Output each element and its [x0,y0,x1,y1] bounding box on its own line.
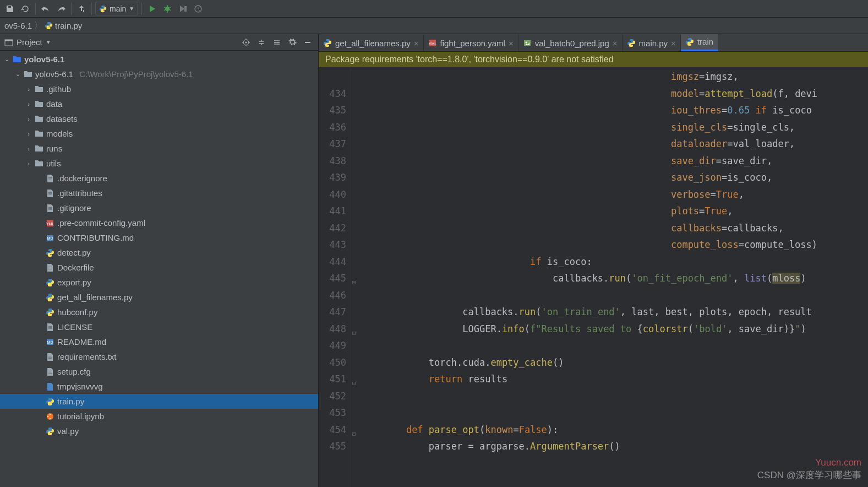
project-icon [4,38,13,47]
run-coverage-icon[interactable] [176,2,189,15]
tree-node[interactable]: ›models [0,126,318,141]
svg-text:YML: YML [428,42,436,46]
tree-node[interactable]: ›datasets [0,111,318,126]
tree-node[interactable]: MDCONTRIBUTING.md [0,230,318,245]
tree-node[interactable]: hubconf.py [0,305,318,320]
editor-tab[interactable]: train [681,34,718,51]
tree-node[interactable]: YML.pre-commit-config.yaml [0,215,318,230]
tree-node[interactable]: tutorial.ipynb [0,409,318,424]
svg-text:YML: YML [46,222,54,226]
chevron-down-icon[interactable]: ▼ [46,39,51,45]
run-config-selector[interactable]: main ▼ [95,2,138,15]
fold-marker[interactable]: ⊟ [352,426,356,443]
profile-icon[interactable] [192,2,205,15]
tree-node[interactable]: MDREADME.md [0,334,318,349]
save-icon[interactable] [3,2,17,15]
breadcrumb-seg-0[interactable]: ov5-6.1 [4,21,32,30]
hide-icon[interactable] [302,36,314,48]
gear-icon[interactable] [286,36,298,48]
redo-icon[interactable] [54,2,68,15]
line-number-gutter: 4344354364374384394404414424434444454464… [319,68,351,487]
run-config-name: main [110,4,126,13]
fold-column[interactable]: ⊟⊟⊟⊟ [351,68,361,487]
vcs-checkout-icon[interactable] [75,2,88,15]
tree-node[interactable]: detect.py [0,245,318,260]
tree-node[interactable]: val.py [0,424,318,439]
editor-pane: get_all_filenames.py×YMLfight_person.yam… [319,34,868,487]
tree-node[interactable]: .dockerignore [0,171,318,186]
tree-node[interactable]: ›utils [0,156,318,171]
fold-marker[interactable]: ⊟ [352,325,356,342]
close-icon[interactable]: × [414,39,419,48]
tree-node[interactable]: ›runs [0,141,318,156]
tree-node[interactable]: ⌄yolov5-6.1 [0,52,318,67]
svg-point-15 [50,418,51,419]
tree-node[interactable]: Dockerfile [0,260,318,275]
project-title: Project [17,37,42,47]
breadcrumb-seg-1[interactable]: train.py [55,21,82,30]
svg-point-0 [165,7,170,11]
editor-tab[interactable]: get_all_filenames.py× [319,35,424,51]
locate-icon[interactable] [240,36,252,48]
refresh-icon[interactable] [19,2,32,15]
project-header: Project ▼ [0,34,318,51]
expand-all-icon[interactable] [255,36,268,48]
svg-point-6 [245,41,247,43]
tree-node[interactable]: get_all_filenames.py [0,290,318,305]
svg-text:MD: MD [47,236,53,240]
tree-node[interactable]: train.py [0,394,318,409]
package-requirements-banner[interactable]: Package requirements 'torch==1.8.0', 'to… [319,52,868,68]
collapse-all-icon[interactable] [271,36,283,48]
svg-point-16 [47,416,48,417]
tree-node[interactable]: .gitattributes [0,186,318,201]
close-icon[interactable]: × [671,39,676,48]
editor-content[interactable]: imgsz=imgsz, model=attempt_load(f, devi … [361,68,868,487]
chevron-right-icon: 〉 [34,20,42,31]
navigation-bar: ov5-6.1 〉 train.py [0,18,868,34]
watermark-top: Yuucn.com [815,457,861,468]
undo-icon[interactable] [39,2,52,15]
editor-tabs: get_all_filenames.py×YMLfight_person.yam… [319,34,868,52]
main-toolbar: main ▼ [0,0,868,18]
watermark-bottom: CSDN @深度学习哪些事 [757,469,861,481]
tree-node[interactable]: setup.cfg [0,364,318,379]
tree-node[interactable]: export.py [0,275,318,290]
debug-icon[interactable] [161,2,174,15]
editor-tab[interactable]: YMLfight_person.yaml× [424,35,518,51]
project-tool-window: Project ▼ ⌄yolov5-6.1⌄yolov5-6.1C:\Work\… [0,34,319,487]
svg-text:MD: MD [47,340,53,344]
tree-node[interactable]: ›data [0,96,318,111]
tree-node[interactable]: .gitignore [0,201,318,215]
editor-tab[interactable]: val_batch0_pred.jpg× [518,35,623,51]
tree-node[interactable]: LICENSE [0,320,318,334]
svg-point-20 [525,42,527,44]
svg-point-14 [50,414,51,415]
close-icon[interactable]: × [613,39,618,48]
run-icon[interactable] [145,2,159,15]
chevron-down-icon: ▼ [129,6,134,12]
tree-node[interactable]: tmpvjsnvvvg [0,379,318,394]
fold-marker[interactable]: ⊟ [352,375,356,392]
code-editor[interactable]: 4344354364374384394404414424434444454464… [319,68,868,487]
close-icon[interactable]: × [509,39,514,48]
project-tree[interactable]: ⌄yolov5-6.1⌄yolov5-6.1C:\Work\Proj\PyPro… [0,51,318,487]
svg-rect-1 [184,6,187,12]
tree-node[interactable]: ⌄yolov5-6.1C:\Work\Proj\PyProj\yolov5-6.… [0,67,318,82]
tree-node[interactable]: requirements.txt [0,349,318,364]
tree-node[interactable]: ›.github [0,82,318,96]
svg-rect-4 [5,40,13,41]
fold-marker[interactable]: ⊟ [352,274,356,291]
python-file-icon [45,21,53,30]
editor-tab[interactable]: main.py× [623,35,681,51]
